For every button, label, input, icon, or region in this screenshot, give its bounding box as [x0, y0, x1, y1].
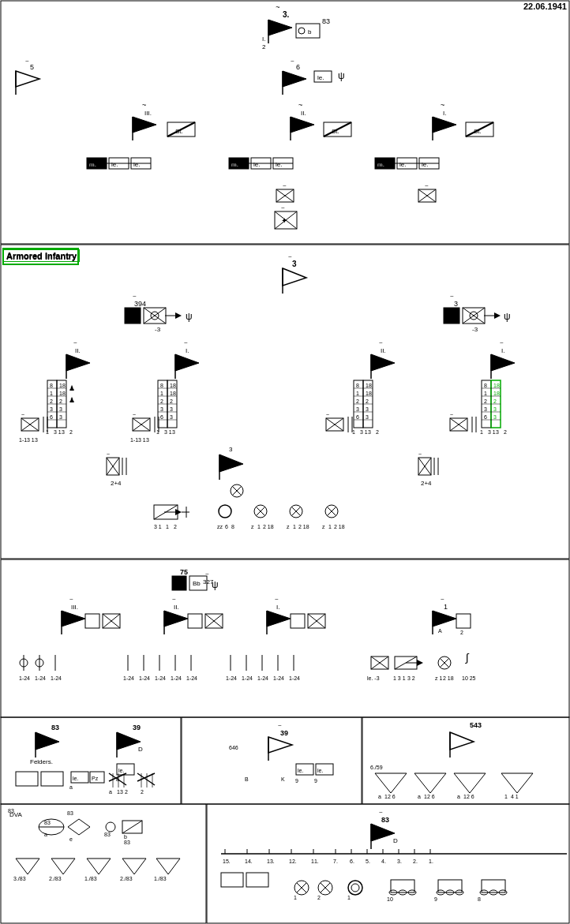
svg-text:1./83: 1./83: [154, 876, 167, 881]
svg-point-551: [499, 890, 507, 895]
svg-point-535: [348, 881, 362, 895]
svg-rect-75: [418, 189, 436, 202]
svg-text:1: 1: [480, 429, 483, 435]
svg-line-402: [109, 773, 126, 785]
svg-text:3 1: 3 1: [54, 429, 62, 435]
svg-text:18: 18: [366, 383, 372, 388]
svg-text:3: 3: [59, 414, 62, 420]
svg-text:~: ~: [441, 596, 444, 603]
svg-text:Felders.: Felders.: [30, 758, 53, 765]
svg-rect-322: [291, 614, 305, 628]
svg-text:~: ~: [133, 293, 137, 300]
svg-line-214: [21, 418, 39, 431]
svg-line-440: [375, 773, 391, 793]
svg-text:4 1: 4 1: [511, 794, 519, 799]
svg-text:8: 8: [50, 383, 53, 388]
svg-text:4: 4: [178, 675, 182, 681]
svg-text:13.: 13.: [267, 859, 275, 864]
svg-text:~: ~: [142, 101, 146, 109]
svg-line-76: [418, 189, 436, 202]
svg-text:18: 18: [493, 391, 500, 396]
svg-marker-312: [164, 611, 188, 627]
svg-marker-437: [450, 732, 474, 750]
svg-line-487: [122, 859, 134, 874]
svg-line-528: [297, 883, 306, 892]
svg-text:5.: 5.: [366, 859, 370, 864]
svg-text:m.: m.: [89, 161, 96, 168]
svg-marker-118: [175, 354, 199, 371]
svg-line-221: [133, 418, 150, 431]
svg-text:III.: III.: [71, 604, 78, 611]
svg-text:~: ~: [21, 412, 24, 417]
svg-line-476: [28, 859, 39, 874]
svg-text:18: 18: [170, 383, 176, 388]
svg-line-232: [450, 418, 467, 431]
svg-line-244: [107, 458, 119, 475]
svg-text:2 18: 2 18: [298, 524, 309, 529]
svg-text:a: a: [457, 794, 460, 799]
svg-text:St.: St.: [175, 128, 183, 135]
svg-line-484: [99, 859, 111, 874]
svg-rect-172: [363, 380, 373, 428]
svg-text:~: ~: [278, 722, 282, 729]
svg-text:le.: le.: [73, 776, 78, 781]
svg-text:~: ~: [107, 451, 110, 457]
svg-line-488: [134, 859, 146, 874]
svg-text:2: 2: [493, 398, 497, 404]
svg-line-285: [291, 507, 301, 516]
svg-marker-10: [268, 20, 292, 36]
svg-text:3: 3: [170, 406, 173, 412]
svg-line-529: [297, 883, 306, 892]
svg-line-227: [326, 418, 343, 431]
svg-line-446: [430, 773, 446, 793]
svg-line-308: [103, 614, 120, 628]
svg-text:9: 9: [434, 896, 437, 902]
svg-text:12 6: 12 6: [463, 794, 474, 799]
svg-text:~: ~: [73, 339, 77, 346]
svg-text:1-2: 1-2: [139, 675, 147, 681]
svg-text:83: 83: [44, 820, 51, 825]
svg-text:II.: II.: [381, 347, 386, 354]
svg-marker-114: [66, 354, 90, 371]
svg-text:✦: ✦: [281, 216, 287, 225]
svg-marker-381: [417, 660, 423, 666]
svg-text:1: 1: [160, 391, 163, 396]
svg-point-549: [480, 890, 488, 895]
svg-line-96: [144, 308, 166, 324]
svg-marker-122: [371, 354, 395, 371]
svg-line-410: [137, 773, 155, 785]
svg-text:1 3 1: 1 3 1: [393, 675, 406, 681]
svg-text:K: K: [281, 776, 285, 782]
svg-text:b: b: [124, 834, 127, 840]
svg-text:5: 5: [30, 63, 34, 71]
svg-text:8: 8: [231, 524, 234, 529]
svg-rect-1: [1, 245, 569, 559]
svg-line-264: [154, 505, 178, 519]
svg-rect-538: [391, 880, 414, 892]
svg-rect-0: [1, 1, 569, 244]
svg-text:3 1: 3 1: [27, 437, 35, 443]
svg-line-279: [256, 507, 265, 516]
svg-rect-526: [246, 873, 268, 887]
svg-rect-33: [167, 122, 195, 137]
svg-text:3: 3: [62, 429, 65, 435]
svg-text:~: ~: [133, 412, 136, 417]
svg-point-540: [399, 890, 407, 895]
svg-text:2 18: 2 18: [443, 675, 454, 681]
svg-text:83: 83: [8, 808, 14, 814]
svg-text:~: ~: [281, 204, 285, 211]
svg-line-445: [414, 773, 430, 793]
svg-line-73: [276, 189, 294, 202]
svg-text:1-2: 1-2: [273, 675, 281, 681]
svg-marker-31: [133, 117, 156, 133]
svg-point-539: [389, 890, 397, 895]
svg-text:z: z: [322, 524, 325, 529]
svg-marker-304: [62, 611, 85, 627]
svg-line-220: [133, 418, 150, 431]
svg-text:6: 6: [50, 414, 53, 420]
svg-text:2: 2: [262, 43, 266, 51]
svg-rect-297: [189, 576, 207, 590]
svg-text:~: ~: [298, 101, 302, 109]
svg-rect-231: [450, 418, 467, 431]
svg-line-492: [168, 859, 180, 874]
